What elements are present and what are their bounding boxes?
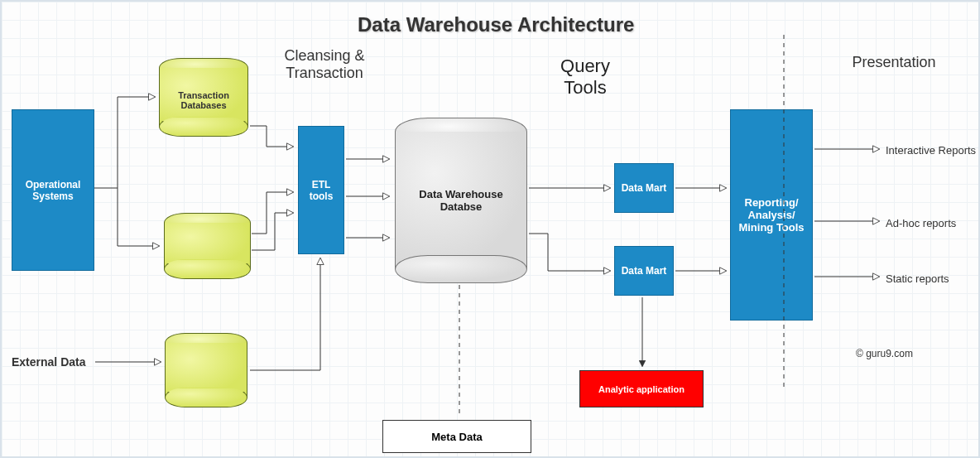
node-operational-systems-label: Operational Systems	[16, 179, 90, 202]
output-interactive-reports: Interactive Reports	[886, 144, 976, 157]
output-static-reports: Static reports	[886, 272, 949, 285]
node-analytic-application-label: Analytic application	[598, 384, 685, 394]
section-cleansing-label: Cleansing & Transaction	[271, 47, 378, 82]
node-data-mart-2-label: Data Mart	[622, 265, 667, 277]
node-meta-data-label: Meta Data	[431, 431, 482, 443]
node-data-mart-2: Data Mart	[614, 246, 674, 296]
node-operational-systems: Operational Systems	[12, 109, 94, 271]
node-meta-data: Meta Data	[382, 420, 531, 453]
node-data-mart-1-label: Data Mart	[622, 182, 667, 194]
node-analytic-application: Analytic application	[579, 370, 704, 407]
node-etl-tools: ETL tools	[298, 126, 344, 254]
node-data-mart-1: Data Mart	[614, 163, 674, 213]
node-dwh-db-cylinder: Data Warehouse Databse	[395, 118, 527, 283]
output-adhoc-reports: Ad-hoc reports	[886, 217, 956, 229]
node-reporting-tools-label: Reporting/ Analysis/ Mining Tools	[734, 196, 809, 234]
section-query-tools-label: Query Tools	[527, 55, 643, 99]
node-reporting-tools: Reporting/ Analysis/ Mining Tools	[730, 109, 813, 321]
diagram-canvas: Data Warehouse Architecture Cleansing & …	[0, 0, 980, 458]
node-transaction-db-label: Transaction Databases	[160, 85, 247, 110]
node-external-db-cylinder	[165, 333, 247, 407]
diagram-title: Data Warehouse Architecture	[358, 13, 634, 36]
node-etl-tools-label: ETL tools	[302, 179, 340, 202]
node-dwh-db-label: Data Warehouse Databse	[396, 188, 526, 213]
node-external-data-label: External Data	[12, 355, 85, 369]
node-transaction-db-cylinder: Transaction Databases	[159, 58, 248, 137]
credit-label: © guru9.com	[856, 348, 913, 359]
section-presentation-label: Presentation	[836, 54, 952, 71]
node-db-cylinder-2	[164, 213, 251, 279]
